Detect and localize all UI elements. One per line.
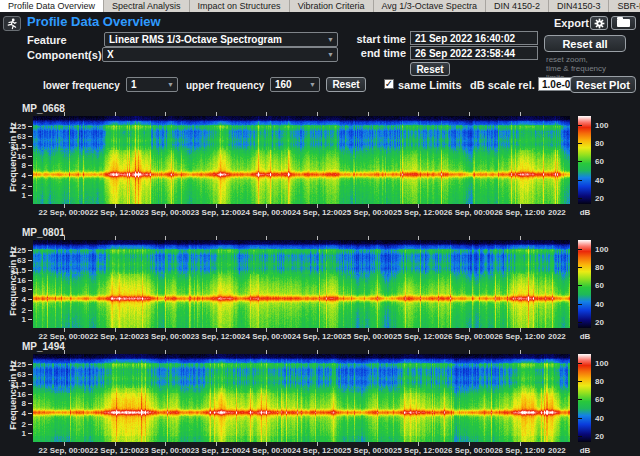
- upper-frequency-dropdown[interactable]: 160 ▼: [270, 77, 320, 92]
- start-time-input[interactable]: 21 Sep 2022 16:40:02: [410, 31, 538, 45]
- y-tick-label: 8: [0, 399, 26, 408]
- lower-frequency-value: 1: [131, 79, 167, 90]
- colorbar-tick-label: 100: [595, 121, 617, 130]
- tab-din-4150-2[interactable]: DIN 4150-2: [486, 0, 549, 12]
- reset-all-button[interactable]: Reset all: [544, 35, 626, 52]
- y-tick-label: 16: [0, 390, 26, 399]
- measurement-point-label: MP_1494: [22, 341, 65, 352]
- y-tick-label: 31.5: [0, 142, 26, 151]
- app-window: Profile Data OverviewSpectral AnalysisIm…: [0, 0, 640, 456]
- export-folder-button[interactable]: [611, 16, 636, 30]
- component-dropdown[interactable]: X ▼: [102, 47, 338, 62]
- y-tick-mark: [28, 384, 32, 385]
- feature-dropdown[interactable]: Linear RMS 1/3-Octave Spectrogram ▼: [104, 32, 338, 47]
- colorbar: [578, 354, 591, 442]
- colorbar-tick-label: 60: [595, 157, 617, 166]
- reset-plot-button[interactable]: Reset Plot: [570, 76, 636, 93]
- colorbar-tick-mark: [578, 125, 582, 126]
- colorbar: [578, 240, 591, 328]
- spectrogram-canvas-MP_0801[interactable]: [33, 240, 570, 328]
- y-tick-label: 16: [0, 276, 26, 285]
- y-tick-mark: [28, 364, 32, 365]
- y-tick-mark: [28, 413, 32, 414]
- y-tick-mark: [28, 424, 32, 425]
- tab-avg-1-3-octave-spectra[interactable]: Avg 1/3-Octave Spectra: [374, 0, 486, 12]
- y-tick-label: 4: [0, 295, 26, 304]
- colorbar-tick-mark: [578, 363, 582, 364]
- spectrogram-block-MP_1494: MP_1494Frequency in Hz1256331.516842122 …: [0, 340, 640, 456]
- colorbar-tick-label: 60: [595, 395, 617, 404]
- colorbar-unit-label: dB: [576, 208, 594, 217]
- frequency-reset-button[interactable]: Reset: [326, 77, 366, 92]
- colorbar-tick-label: 100: [595, 359, 617, 368]
- y-tick-label: 63: [0, 132, 26, 141]
- upper-frequency-value: 160: [275, 79, 309, 90]
- end-time-input[interactable]: 26 Sep 2022 23:58:44: [410, 46, 538, 60]
- spectrogram-canvas-MP_0668[interactable]: [33, 116, 570, 204]
- y-tick-label: 1: [0, 315, 26, 324]
- lower-frequency-dropdown[interactable]: 1 ▼: [126, 77, 178, 92]
- y-tick-label: 125: [0, 122, 26, 131]
- colorbar-tick-label: 80: [595, 139, 617, 148]
- colorbar-tick-mark: [578, 143, 582, 144]
- y-tick-label: 31.5: [0, 266, 26, 275]
- y-tick-mark: [28, 126, 32, 127]
- y-tick-label: 1: [0, 191, 26, 200]
- y-tick-label: 2: [0, 306, 26, 315]
- chevron-down-icon: ▼: [327, 51, 334, 58]
- upper-frequency-label: upper frequency: [186, 80, 264, 91]
- tab-sbr-b[interactable]: SBR-B: [609, 0, 640, 12]
- y-tick-mark: [28, 403, 32, 404]
- colorbar-tick-label: 80: [595, 377, 617, 386]
- y-tick-label: 2: [0, 182, 26, 191]
- y-tick-mark: [28, 146, 32, 147]
- tab-impact-on-structures[interactable]: Impact on Structures: [190, 0, 290, 12]
- component-value: X: [107, 49, 327, 60]
- y-tick-label: 4: [0, 409, 26, 418]
- spectrogram-canvas-MP_1494[interactable]: [33, 354, 570, 442]
- colorbar-tick-mark: [578, 267, 582, 268]
- time-reset-button[interactable]: Reset: [410, 62, 450, 76]
- end-time-label: end time: [352, 47, 406, 59]
- folder-icon: [617, 19, 630, 27]
- colorbar-tick-label: 20: [595, 432, 617, 441]
- colorbar-tick-mark: [578, 418, 582, 419]
- tab-din4150-3[interactable]: DIN4150-3: [549, 0, 610, 12]
- tab-profile-data-overview[interactable]: Profile Data Overview: [0, 0, 104, 12]
- app-icon-button[interactable]: [3, 16, 21, 31]
- colorbar-tick-label: 40: [595, 176, 617, 185]
- y-tick-mark: [28, 250, 32, 251]
- y-tick-mark: [28, 156, 32, 157]
- component-label: Component(s): [27, 49, 102, 61]
- y-tick-label: 8: [0, 285, 26, 294]
- tab-vibration-criteria[interactable]: Vibration Criteria: [290, 0, 374, 12]
- spectrogram-block-MP_0801: MP_0801Frequency in Hz1256331.516842122 …: [0, 226, 640, 346]
- chevron-down-icon: ▼: [327, 36, 334, 43]
- y-tick-mark: [28, 175, 32, 176]
- export-label: Export: [554, 17, 589, 29]
- colorbar-tick-mark: [578, 180, 582, 181]
- colorbar-tick-mark: [578, 249, 582, 250]
- y-tick-mark: [28, 280, 32, 281]
- db-scale-label: dB scale rel.: [470, 79, 535, 91]
- colorbar-tick-mark: [578, 436, 582, 437]
- same-limits-checkbox[interactable]: ✓: [384, 79, 394, 89]
- same-limits-label: same Limits: [398, 79, 462, 91]
- y-tick-mark: [28, 374, 32, 375]
- x-tick-label: 26 Sep, 12:00: [485, 208, 555, 217]
- x-axis-year-label: 2022: [548, 446, 566, 455]
- colorbar-tick-label: 20: [595, 194, 617, 203]
- export-settings-button[interactable]: [590, 16, 608, 30]
- y-tick-label: 2: [0, 420, 26, 429]
- measurement-point-label: MP_0668: [22, 103, 65, 114]
- colorbar-tick-label: 80: [595, 263, 617, 272]
- x-axis-year-label: 2022: [548, 208, 566, 217]
- x-tick-label: 26 Sep, 12:00: [485, 446, 555, 455]
- spectrogram-block-MP_0668: MP_0668Frequency in Hz1256331.516842122 …: [0, 102, 640, 222]
- tab-spectral-analysis[interactable]: Spectral Analysis: [104, 0, 190, 12]
- colorbar-tick-mark: [578, 285, 582, 286]
- y-tick-mark: [28, 165, 32, 166]
- y-tick-label: 63: [0, 256, 26, 265]
- colorbar-tick-label: 20: [595, 318, 617, 327]
- y-tick-label: 8: [0, 161, 26, 170]
